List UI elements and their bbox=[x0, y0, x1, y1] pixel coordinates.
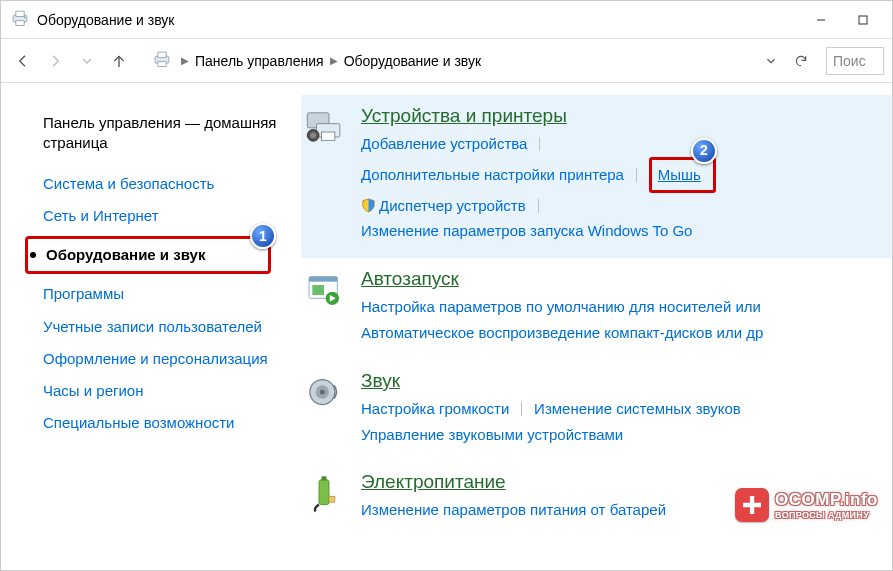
minimize-button[interactable] bbox=[800, 5, 842, 35]
divider bbox=[539, 137, 540, 151]
window-title: Оборудование и звук bbox=[37, 12, 175, 28]
sidebar-item-hardware-sound[interactable]: Оборудование и звук 1 bbox=[25, 236, 271, 274]
divider bbox=[538, 199, 539, 213]
svg-rect-9 bbox=[158, 62, 166, 67]
category-autoplay: Автозапуск Настройка параметров по умолч… bbox=[301, 258, 892, 360]
link-default-media[interactable]: Настройка параметров по умолчанию для но… bbox=[361, 298, 761, 315]
shield-icon bbox=[361, 197, 376, 212]
svg-rect-23 bbox=[319, 480, 329, 505]
svg-rect-17 bbox=[312, 285, 324, 295]
recent-locations-button[interactable] bbox=[73, 47, 101, 75]
watermark-line2: ВОПРОСЫ АДМИНУ bbox=[775, 510, 878, 520]
link-add-device[interactable]: Добавление устройства bbox=[361, 135, 527, 152]
sidebar-item-system-security[interactable]: Система и безопасность bbox=[43, 168, 301, 200]
link-printer-settings[interactable]: Дополнительные настройки принтера bbox=[361, 166, 624, 183]
breadcrumb-control-panel[interactable]: Панель управления bbox=[193, 51, 326, 71]
divider bbox=[521, 402, 522, 416]
svg-point-3 bbox=[24, 16, 26, 18]
divider bbox=[636, 168, 637, 182]
watermark: OCOMP.info ВОПРОСЫ АДМИНУ bbox=[735, 488, 878, 522]
link-manage-audio[interactable]: Управление звуковыми устройствами bbox=[361, 426, 623, 443]
sidebar-item-programs[interactable]: Программы bbox=[43, 278, 301, 310]
up-button[interactable] bbox=[105, 47, 133, 75]
refresh-button[interactable] bbox=[788, 48, 814, 74]
svg-rect-5 bbox=[859, 16, 867, 24]
navigation-bar: ▶ Панель управления ▶ Оборудование и зву… bbox=[1, 39, 892, 83]
category-title[interactable]: Автозапуск bbox=[361, 268, 882, 290]
breadcrumb-hardware-sound[interactable]: Оборудование и звук bbox=[342, 51, 484, 71]
svg-rect-24 bbox=[322, 477, 327, 481]
annotation-box-mouse: Мышь 2 bbox=[649, 157, 716, 193]
svg-rect-25 bbox=[329, 497, 335, 503]
breadcrumb[interactable]: ▶ Панель управления ▶ Оборудование и зву… bbox=[181, 51, 754, 71]
link-windows-to-go[interactable]: Изменение параметров запуска Windows To … bbox=[361, 222, 692, 239]
maximize-button[interactable] bbox=[842, 5, 884, 35]
svg-point-14 bbox=[310, 132, 316, 138]
sidebar-item-label[interactable]: Оборудование и звук bbox=[32, 243, 258, 267]
sidebar-item-ease-of-access[interactable]: Специальные возможности bbox=[43, 407, 301, 439]
category-title[interactable]: Звук bbox=[361, 370, 882, 392]
search-placeholder: Поис bbox=[833, 53, 866, 69]
category-devices-printers: Устройства и принтеры Добавление устройс… bbox=[301, 95, 892, 258]
plus-icon bbox=[735, 488, 769, 522]
svg-rect-12 bbox=[322, 132, 335, 140]
annotation-badge-1: 1 bbox=[250, 223, 276, 249]
sidebar-home[interactable]: Панель управления — домашняя страница bbox=[43, 107, 301, 160]
address-history-button[interactable] bbox=[758, 48, 784, 74]
link-adjust-volume[interactable]: Настройка громкости bbox=[361, 400, 509, 417]
svg-rect-1 bbox=[16, 11, 24, 17]
sound-icon bbox=[301, 370, 347, 448]
svg-rect-2 bbox=[16, 21, 24, 26]
chevron-right-icon[interactable]: ▶ bbox=[181, 55, 189, 66]
svg-rect-8 bbox=[158, 52, 166, 58]
printer-icon bbox=[9, 7, 31, 32]
svg-rect-16 bbox=[309, 277, 337, 282]
bullet-icon bbox=[30, 252, 36, 258]
devices-printers-icon bbox=[301, 105, 347, 244]
link-device-manager[interactable]: Диспетчер устройств bbox=[379, 197, 526, 214]
link-system-sounds[interactable]: Изменение системных звуков bbox=[534, 400, 741, 417]
chevron-right-icon[interactable]: ▶ bbox=[330, 55, 338, 66]
autoplay-icon bbox=[301, 268, 347, 346]
category-sound: Звук Настройка громкости Изменение систе… bbox=[301, 360, 892, 462]
category-title[interactable]: Устройства и принтеры bbox=[361, 105, 882, 127]
watermark-line1: OCOMP.info bbox=[775, 490, 878, 510]
annotation-badge-2: 2 bbox=[691, 138, 717, 164]
svg-point-22 bbox=[320, 389, 325, 394]
link-battery-settings[interactable]: Изменение параметров питания от батарей bbox=[361, 501, 666, 518]
printer-icon bbox=[151, 48, 173, 73]
link-autoplay-cd[interactable]: Автоматическое воспроизведение компакт-д… bbox=[361, 324, 763, 341]
link-mouse[interactable]: Мышь bbox=[658, 166, 701, 183]
sidebar: Панель управления — домашняя страница Си… bbox=[1, 83, 301, 570]
back-button[interactable] bbox=[9, 47, 37, 75]
sidebar-item-clock-region[interactable]: Часы и регион bbox=[43, 375, 301, 407]
forward-button[interactable] bbox=[41, 47, 69, 75]
sidebar-item-user-accounts[interactable]: Учетные записи пользователей bbox=[43, 311, 301, 343]
titlebar: Оборудование и звук bbox=[1, 1, 892, 39]
search-input[interactable]: Поис bbox=[826, 47, 884, 75]
power-icon bbox=[301, 471, 347, 523]
sidebar-item-appearance[interactable]: Оформление и персонализация bbox=[43, 343, 301, 375]
